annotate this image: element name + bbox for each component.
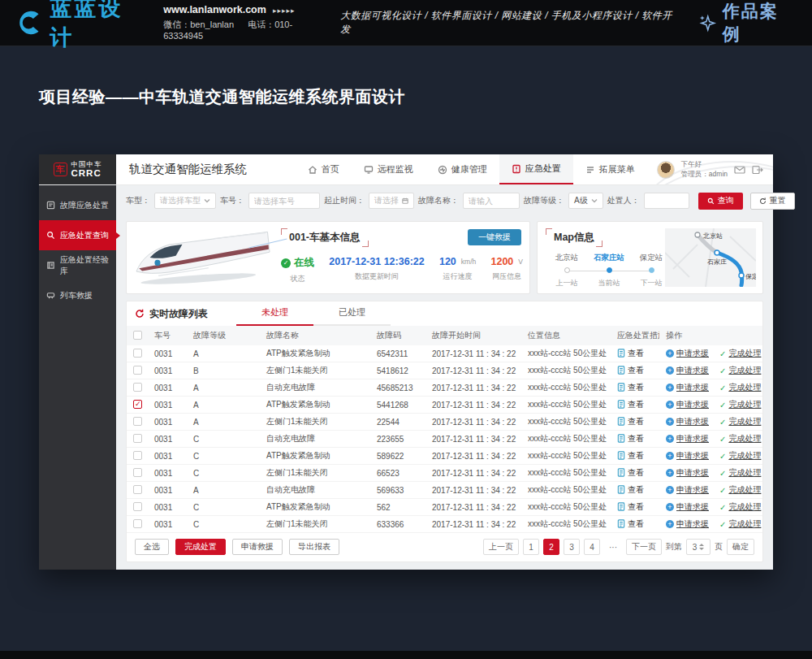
done-link[interactable]: ✓完成处理 [719, 382, 761, 393]
done-link[interactable]: ✓完成处理 [719, 348, 761, 359]
done-link[interactable]: ✓完成处理 [719, 467, 761, 479]
view-link[interactable]: 查看 [617, 348, 644, 359]
stepper-arrows-icon[interactable] [699, 544, 704, 550]
row-checkbox[interactable] [133, 400, 142, 409]
row-checkbox[interactable] [133, 383, 142, 392]
nav-item-emergency[interactable]: 应急处置 [499, 154, 573, 184]
done-link[interactable]: ✓完成处理 [719, 433, 761, 444]
goto-page-stepper[interactable]: 3 [686, 539, 710, 555]
tab-done[interactable]: 已处理 [313, 301, 391, 326]
sidebar-item-train-rescue[interactable]: 列车救援 [39, 280, 116, 310]
cell-fault-code: 6542311 [370, 349, 425, 358]
map-panel-title: Map信息 [546, 228, 603, 247]
nav-item-extended-menu[interactable]: 拓展菜单 [573, 154, 647, 184]
cell-start-time: 2017-12-31 11 : 34 : 22 [425, 520, 521, 529]
next-page-button[interactable]: 下一页 [626, 539, 662, 555]
rescue-link[interactable]: +申请求援 [666, 518, 709, 530]
nav-item-home[interactable]: 首页 [296, 154, 352, 184]
rescue-link[interactable]: +申请求援 [666, 433, 709, 444]
select-all-checkbox[interactable] [133, 331, 142, 340]
export-report-button[interactable]: 导出报表 [289, 539, 339, 555]
plus-circle-icon: + [666, 366, 674, 375]
lanlan-logo[interactable]: 蓝蓝设计 [16, 0, 145, 52]
page-4[interactable]: 4 [584, 539, 600, 555]
sidebar-item-fault-handling[interactable]: 故障应急处置 [39, 190, 116, 220]
done-link[interactable]: ✓完成处理 [719, 484, 761, 496]
chevron-down-icon [204, 197, 210, 204]
one-key-rescue-button[interactable]: 一键救援 [468, 229, 521, 245]
sidebar-item-experience-library[interactable]: 应急处置经验库 [39, 250, 116, 280]
done-link[interactable]: ✓完成处理 [719, 518, 761, 530]
fault-table-body: 0031 A ATP触发紧急制动 6542311 2017-12-31 11 :… [127, 345, 762, 533]
time-range-picker[interactable]: 请选择 [369, 193, 414, 209]
done-link[interactable]: ✓完成处理 [719, 399, 761, 410]
done-link[interactable]: ✓完成处理 [719, 450, 761, 462]
rescue-link[interactable]: +申请求援 [666, 416, 709, 427]
select-all-button[interactable]: 全选 [135, 539, 169, 555]
prev-page-button[interactable]: 上一页 [483, 539, 519, 555]
train-info-panel: 001-车基本信息 一键救援 ✓在线 状态 2017-12-31 12:36:2… [126, 221, 530, 294]
row-checkbox[interactable] [133, 468, 142, 477]
view-link[interactable]: 查看 [617, 416, 644, 427]
logout-icon[interactable] [752, 165, 763, 175]
handler-input[interactable] [644, 193, 689, 209]
row-checkbox[interactable] [133, 417, 142, 426]
row-checkbox[interactable] [133, 434, 142, 443]
done-link[interactable]: ✓完成处理 [719, 365, 761, 376]
row-checkbox[interactable] [133, 502, 142, 511]
fault-level-select[interactable]: A级 [568, 193, 603, 209]
rescue-link[interactable]: +申请求援 [666, 399, 709, 410]
rescue-link[interactable]: +申请求援 [666, 450, 709, 462]
cell-fault-name: 左侧门1未能关闭 [260, 365, 370, 376]
portfolio-link[interactable]: 作品案例 [698, 0, 796, 46]
view-link[interactable]: 查看 [617, 467, 644, 479]
tab-pending[interactable]: 未处理 [236, 301, 313, 326]
page-2-active[interactable]: 2 [543, 539, 559, 555]
train-no-input[interactable] [248, 193, 320, 209]
row-checkbox[interactable] [133, 451, 142, 460]
cell-fault-level: A [187, 401, 260, 410]
row-checkbox[interactable] [133, 519, 142, 528]
search-button[interactable]: 查询 [698, 193, 743, 210]
view-link[interactable]: 查看 [617, 399, 644, 410]
page-3[interactable]: 3 [564, 539, 580, 555]
avatar[interactable] [657, 161, 675, 179]
view-link[interactable]: 查看 [617, 382, 644, 393]
done-link[interactable]: ✓完成处理 [719, 416, 761, 427]
sidebar-label: 故障应急处置 [60, 200, 109, 211]
view-link[interactable]: 查看 [617, 433, 644, 444]
plus-circle-icon: + [666, 401, 674, 409]
row-checkbox[interactable] [133, 366, 142, 375]
complete-handle-button[interactable]: 完成处置 [175, 539, 226, 555]
rescue-link[interactable]: +申请求援 [666, 484, 709, 496]
reset-button[interactable]: 重置 [750, 193, 795, 210]
view-link[interactable]: 查看 [617, 365, 644, 376]
rescue-link[interactable]: +申请求援 [666, 382, 709, 393]
row-checkbox[interactable] [133, 485, 142, 494]
rescue-link[interactable]: +申请求援 [666, 501, 709, 513]
view-link[interactable]: 查看 [617, 450, 644, 462]
website-link[interactable]: www.lanlanwork.com [163, 4, 266, 15]
rescue-link[interactable]: +申请求援 [666, 467, 709, 479]
rescue-link[interactable]: +申请求援 [666, 348, 709, 359]
apply-rescue-button[interactable]: 申请救援 [232, 539, 283, 555]
sidebar-label: 应急处置查询 [60, 230, 109, 241]
mini-map[interactable]: 北京站 石家庄 保定 [665, 228, 756, 287]
mail-icon[interactable] [734, 165, 745, 175]
table-section-title: 实时故障列表 [149, 307, 208, 321]
view-link[interactable]: 查看 [617, 518, 644, 530]
nav-item-remote-monitor[interactable]: 远程监视 [352, 154, 425, 184]
user-greeting: 下午好 [681, 160, 728, 169]
rescue-link[interactable]: +申请求援 [666, 365, 709, 376]
confirm-button[interactable]: 确定 [727, 539, 754, 555]
nav-item-health[interactable]: 健康管理 [425, 154, 499, 184]
refresh-icon[interactable] [135, 309, 145, 319]
sidebar-item-emergency-query[interactable]: 应急处置查询 [39, 220, 116, 250]
page-1[interactable]: 1 [523, 539, 539, 555]
view-link[interactable]: 查看 [617, 484, 644, 496]
done-link[interactable]: ✓完成处理 [719, 501, 761, 513]
fault-name-input[interactable] [463, 193, 520, 209]
train-type-select[interactable]: 请选择车型 [154, 193, 216, 209]
view-link[interactable]: 查看 [617, 501, 644, 513]
row-checkbox[interactable] [133, 349, 142, 358]
